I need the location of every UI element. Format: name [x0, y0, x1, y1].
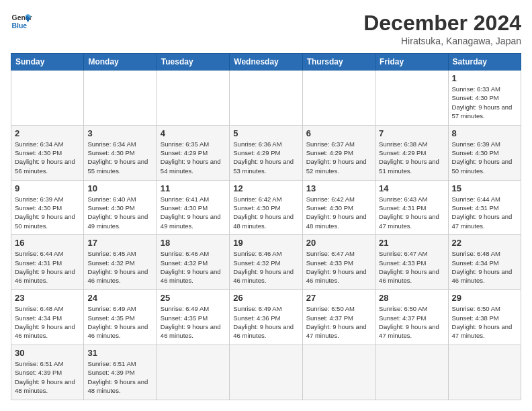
day-info: Sunrise: 6:49 AMSunset: 4:35 PMDaylight:…: [87, 304, 152, 340]
day-info: Sunrise: 6:35 AMSunset: 4:29 PMDaylight:…: [161, 140, 226, 175]
calendar-day-header: Thursday: [302, 54, 375, 71]
calendar-day-cell: 11Sunrise: 6:41 AMSunset: 4:30 PMDayligh…: [157, 180, 229, 235]
day-info: Sunrise: 6:47 AMSunset: 4:33 PMDaylight:…: [379, 249, 444, 285]
day-info: Sunrise: 6:51 AMSunset: 4:39 PMDaylight:…: [15, 359, 80, 395]
calendar-day-cell: 26Sunrise: 6:49 AMSunset: 4:36 PMDayligh…: [230, 290, 302, 345]
calendar-day-header: Tuesday: [157, 54, 229, 71]
calendar-day-cell: 16Sunrise: 6:44 AMSunset: 4:31 PMDayligh…: [11, 235, 84, 290]
calendar-day-cell: 1Sunrise: 6:33 AMSunset: 4:30 PMDaylight…: [448, 71, 521, 126]
calendar-day-cell: [448, 345, 521, 400]
day-info: Sunrise: 6:34 AMSunset: 4:30 PMDaylight:…: [87, 140, 152, 175]
calendar-day-cell: 7Sunrise: 6:38 AMSunset: 4:29 PMDaylight…: [375, 125, 448, 180]
location: Hiratsuka, Kanagawa, Japan: [363, 36, 521, 46]
calendar-day-cell: 21Sunrise: 6:47 AMSunset: 4:33 PMDayligh…: [375, 235, 448, 290]
day-number: 15: [452, 183, 517, 193]
calendar-day-cell: 24Sunrise: 6:49 AMSunset: 4:35 PMDayligh…: [84, 290, 157, 345]
calendar-table: SundayMondayTuesdayWednesdayThursdayFrid…: [11, 53, 521, 400]
logo: General Blue: [11, 11, 32, 32]
calendar-day-cell: 6Sunrise: 6:37 AMSunset: 4:29 PMDaylight…: [302, 125, 375, 180]
calendar-day-cell: 17Sunrise: 6:45 AMSunset: 4:32 PMDayligh…: [84, 235, 157, 290]
calendar-day-cell: [157, 71, 229, 126]
day-number: 14: [379, 183, 444, 193]
calendar-day-cell: 12Sunrise: 6:42 AMSunset: 4:30 PMDayligh…: [230, 180, 302, 235]
day-info: Sunrise: 6:39 AMSunset: 4:30 PMDaylight:…: [452, 140, 517, 175]
svg-text:Blue: Blue: [12, 22, 28, 30]
calendar-day-cell: 15Sunrise: 6:44 AMSunset: 4:31 PMDayligh…: [448, 180, 521, 235]
day-number: 3: [87, 128, 152, 138]
day-info: Sunrise: 6:50 AMSunset: 4:37 PMDaylight:…: [306, 304, 371, 340]
calendar-day-cell: 13Sunrise: 6:42 AMSunset: 4:30 PMDayligh…: [302, 180, 375, 235]
day-number: 13: [306, 183, 371, 193]
day-number: 8: [452, 128, 517, 138]
day-number: 22: [452, 238, 517, 248]
day-number: 24: [87, 293, 152, 303]
day-info: Sunrise: 6:46 AMSunset: 4:32 PMDaylight:…: [233, 249, 298, 285]
day-number: 19: [233, 238, 298, 248]
day-info: Sunrise: 6:39 AMSunset: 4:30 PMDaylight:…: [15, 195, 80, 230]
calendar-day-cell: 23Sunrise: 6:48 AMSunset: 4:34 PMDayligh…: [11, 290, 84, 345]
day-number: 26: [233, 293, 298, 303]
day-info: Sunrise: 6:46 AMSunset: 4:32 PMDaylight:…: [161, 249, 226, 285]
calendar-day-cell: [302, 345, 375, 400]
day-info: Sunrise: 6:38 AMSunset: 4:29 PMDaylight:…: [379, 140, 444, 175]
calendar-day-cell: 20Sunrise: 6:47 AMSunset: 4:33 PMDayligh…: [302, 235, 375, 290]
day-number: 7: [379, 128, 444, 138]
header: General Blue December 2024 Hiratsuka, Ka…: [11, 11, 521, 46]
day-number: 11: [161, 183, 226, 193]
day-info: Sunrise: 6:50 AMSunset: 4:38 PMDaylight:…: [452, 304, 517, 340]
calendar-day-cell: [157, 345, 229, 400]
day-number: 17: [87, 238, 152, 248]
day-info: Sunrise: 6:51 AMSunset: 4:39 PMDaylight:…: [87, 359, 152, 395]
page: General Blue December 2024 Hiratsuka, Ka…: [0, 0, 532, 411]
calendar-day-cell: [375, 71, 448, 126]
day-number: 5: [233, 128, 298, 138]
calendar-day-cell: 19Sunrise: 6:46 AMSunset: 4:32 PMDayligh…: [230, 235, 302, 290]
day-info: Sunrise: 6:43 AMSunset: 4:31 PMDaylight:…: [379, 195, 444, 230]
calendar-day-cell: 8Sunrise: 6:39 AMSunset: 4:30 PMDaylight…: [448, 125, 521, 180]
day-number: 16: [15, 238, 80, 248]
day-info: Sunrise: 6:33 AMSunset: 4:30 PMDaylight:…: [452, 85, 517, 120]
day-info: Sunrise: 6:49 AMSunset: 4:36 PMDaylight:…: [233, 304, 298, 340]
calendar-week-row: 1Sunrise: 6:33 AMSunset: 4:30 PMDaylight…: [11, 71, 521, 126]
day-info: Sunrise: 6:48 AMSunset: 4:34 PMDaylight:…: [15, 304, 80, 340]
calendar-day-header: Friday: [375, 54, 448, 71]
calendar-header-row: SundayMondayTuesdayWednesdayThursdayFrid…: [11, 54, 521, 71]
calendar-day-cell: [230, 71, 302, 126]
calendar-day-cell: 3Sunrise: 6:34 AMSunset: 4:30 PMDaylight…: [84, 125, 157, 180]
calendar-day-cell: 31Sunrise: 6:51 AMSunset: 4:39 PMDayligh…: [84, 345, 157, 400]
calendar-week-row: 16Sunrise: 6:44 AMSunset: 4:31 PMDayligh…: [11, 235, 521, 290]
day-info: Sunrise: 6:50 AMSunset: 4:37 PMDaylight:…: [379, 304, 444, 340]
calendar-week-row: 2Sunrise: 6:34 AMSunset: 4:30 PMDaylight…: [11, 125, 521, 180]
calendar-day-header: Monday: [84, 54, 157, 71]
logo-icon: General Blue: [11, 11, 32, 32]
day-info: Sunrise: 6:44 AMSunset: 4:31 PMDaylight:…: [452, 195, 517, 230]
calendar-day-cell: [302, 71, 375, 126]
calendar-day-cell: 5Sunrise: 6:36 AMSunset: 4:29 PMDaylight…: [230, 125, 302, 180]
calendar-day-cell: 18Sunrise: 6:46 AMSunset: 4:32 PMDayligh…: [157, 235, 229, 290]
day-number: 9: [15, 183, 80, 193]
day-number: 30: [15, 348, 80, 358]
day-number: 23: [15, 293, 80, 303]
calendar-day-cell: 30Sunrise: 6:51 AMSunset: 4:39 PMDayligh…: [11, 345, 84, 400]
calendar-day-cell: [375, 345, 448, 400]
calendar-day-cell: 9Sunrise: 6:39 AMSunset: 4:30 PMDaylight…: [11, 180, 84, 235]
day-number: 4: [161, 128, 226, 138]
calendar-day-cell: [230, 345, 302, 400]
day-number: 6: [306, 128, 371, 138]
day-info: Sunrise: 6:41 AMSunset: 4:30 PMDaylight:…: [161, 195, 226, 230]
day-info: Sunrise: 6:36 AMSunset: 4:29 PMDaylight:…: [233, 140, 298, 175]
title-block: December 2024 Hiratsuka, Kanagawa, Japan: [363, 11, 521, 46]
calendar-day-cell: 10Sunrise: 6:40 AMSunset: 4:30 PMDayligh…: [84, 180, 157, 235]
calendar-week-row: 9Sunrise: 6:39 AMSunset: 4:30 PMDaylight…: [11, 180, 521, 235]
calendar-week-row: 23Sunrise: 6:48 AMSunset: 4:34 PMDayligh…: [11, 290, 521, 345]
day-info: Sunrise: 6:45 AMSunset: 4:32 PMDaylight:…: [87, 249, 152, 285]
calendar-day-cell: 22Sunrise: 6:48 AMSunset: 4:34 PMDayligh…: [448, 235, 521, 290]
calendar-day-cell: 29Sunrise: 6:50 AMSunset: 4:38 PMDayligh…: [448, 290, 521, 345]
calendar-day-cell: 27Sunrise: 6:50 AMSunset: 4:37 PMDayligh…: [302, 290, 375, 345]
calendar-day-cell: 25Sunrise: 6:49 AMSunset: 4:35 PMDayligh…: [157, 290, 229, 345]
day-number: 1: [452, 73, 517, 83]
day-info: Sunrise: 6:49 AMSunset: 4:35 PMDaylight:…: [161, 304, 226, 340]
calendar-day-cell: 28Sunrise: 6:50 AMSunset: 4:37 PMDayligh…: [375, 290, 448, 345]
calendar-day-header: Saturday: [448, 54, 521, 71]
day-info: Sunrise: 6:34 AMSunset: 4:30 PMDaylight:…: [15, 140, 80, 175]
